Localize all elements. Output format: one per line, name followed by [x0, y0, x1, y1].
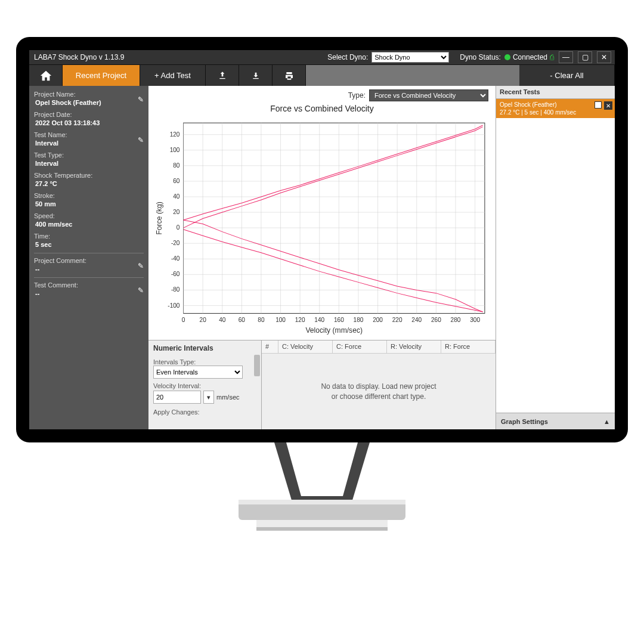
svg-text:Velocity (mm/sec): Velocity (mm/sec)	[305, 326, 363, 335]
chart-type-dropdown[interactable]: Force vs Combined Velocity	[369, 89, 488, 101]
recent-project-button[interactable]: Recent Project	[63, 65, 140, 86]
monitor-stand	[203, 442, 441, 550]
svg-text:260: 260	[431, 317, 441, 323]
edit-project-name-icon[interactable]: ✎	[138, 95, 144, 104]
project-comment-value: --	[35, 265, 144, 273]
svg-text:140: 140	[314, 317, 324, 323]
col-c-velocity: C: Velocity	[278, 340, 333, 353]
stroke-value: 50 mm	[35, 200, 144, 208]
home-button[interactable]	[29, 65, 63, 86]
edit-test-name-icon[interactable]: ✎	[138, 136, 144, 144]
project-name-value: Opel Shock (Feather)	[35, 99, 144, 106]
intervals-type-label: Intervals Type:	[153, 358, 256, 366]
svg-text:300: 300	[470, 317, 480, 323]
app-title: LABA7 Shock Dyno v 1.13.9	[33, 53, 124, 61]
recent-test-item[interactable]: Opel Shock (Feather) 27.2 °C | 5 sec | 4…	[496, 99, 615, 118]
chart-area: Type: Force vs Combined Velocity Force v…	[148, 86, 496, 340]
clear-all-button[interactable]: - Clear All	[519, 65, 615, 86]
recent-test-meta: 27.2 °C | 5 sec | 400 mm/sec	[500, 109, 611, 116]
svg-text:100: 100	[275, 317, 286, 323]
recent-tests-title: Recent Tests	[496, 86, 615, 99]
svg-text:200: 200	[373, 317, 383, 323]
velocity-interval-input[interactable]	[153, 391, 201, 404]
close-button[interactable]: ✕	[597, 51, 611, 63]
svg-text:100: 100	[170, 147, 180, 153]
svg-text:20: 20	[200, 317, 207, 323]
export-icon	[218, 71, 227, 80]
app-window: LABA7 Shock Dyno v 1.13.9 Select Dyno: S…	[29, 50, 615, 429]
shock-temp-value: 27.2 °C	[35, 180, 144, 187]
svg-text:280: 280	[451, 317, 461, 323]
home-icon	[39, 69, 52, 82]
speed-value: 400 mm/sec	[35, 221, 144, 228]
add-test-button[interactable]: + Add Test	[140, 65, 206, 86]
graph-settings-toggle[interactable]: Graph Settings ▲	[496, 413, 615, 429]
col-c-force: C: Force	[333, 340, 387, 353]
recent-tests-panel: Recent Tests Opel Shock (Feather) 27.2 °…	[496, 86, 615, 429]
dyno-status-value: Connected	[513, 53, 547, 61]
select-dyno-dropdown[interactable]: Shock Dyno	[371, 52, 449, 63]
svg-rect-62	[256, 527, 388, 531]
title-bar: LABA7 Shock Dyno v 1.13.9 Select Dyno: S…	[29, 50, 615, 64]
speed-label: Speed:	[34, 212, 144, 219]
project-date-label: Project Date:	[34, 111, 144, 118]
velocity-interval-unit: mm/sec	[216, 394, 240, 401]
numeric-intervals-title: Numeric Intervals	[153, 344, 256, 352]
velocity-interval-stepper[interactable]: ▾	[203, 391, 214, 404]
svg-text:0: 0	[182, 317, 185, 323]
import-icon	[251, 71, 261, 80]
print-button[interactable]	[273, 65, 306, 86]
stroke-label: Stroke:	[34, 192, 144, 199]
svg-text:-60: -60	[171, 271, 180, 277]
recent-test-remove-icon[interactable]: ✕	[604, 101, 612, 110]
time-label: Time:	[34, 233, 144, 240]
recent-test-checkbox[interactable]	[595, 101, 602, 109]
project-sidebar: Project Name:Opel Shock (Feather)✎ Proje…	[29, 86, 148, 429]
graph-settings-label: Graph Settings	[501, 418, 548, 425]
recent-project-label: Recent Project	[76, 71, 126, 80]
panel-scrollbar[interactable]	[254, 355, 260, 376]
svg-text:80: 80	[258, 317, 265, 323]
test-type-label: Test Type:	[34, 151, 144, 159]
test-type-value: Interval	[35, 160, 144, 167]
chart-plot: 0204060801001201401601802002202402602803…	[153, 116, 491, 340]
select-dyno-label: Select Dyno:	[327, 53, 368, 61]
apply-changes-label: Apply Changes:	[153, 408, 256, 416]
numeric-intervals-panel: Numeric Intervals Intervals Type: Even I…	[148, 340, 262, 429]
test-comment-value: --	[35, 290, 144, 297]
svg-text:120: 120	[295, 317, 305, 323]
velocity-interval-label: Velocity Interval:	[153, 382, 256, 389]
edit-project-comment-icon[interactable]: ✎	[138, 262, 144, 270]
shock-temp-label: Shock Temperature:	[34, 172, 144, 179]
time-value: 5 sec	[35, 241, 144, 248]
svg-text:Force (kg): Force (kg)	[155, 202, 163, 234]
table-empty-message: No data to display. Load new projector c…	[262, 354, 496, 429]
toolbar: Recent Project + Add Test - Clear All	[29, 64, 615, 86]
chart-title: Force vs Combined Velocity	[153, 104, 491, 113]
status-dot-icon	[504, 54, 510, 60]
col-r-force: R: Force	[441, 340, 496, 353]
minimize-button[interactable]: —	[559, 51, 573, 63]
import-button[interactable]	[239, 65, 273, 86]
svg-text:60: 60	[173, 178, 180, 184]
chart-type-label: Type:	[348, 91, 366, 100]
edit-test-comment-icon[interactable]: ✎	[138, 286, 144, 295]
svg-text:40: 40	[173, 193, 180, 200]
toolbar-spacer	[306, 65, 519, 86]
clear-all-label: - Clear All	[550, 71, 583, 80]
data-table-panel: # C: Velocity C: Force R: Velocity R: Fo…	[262, 340, 496, 429]
usb-icon: ⎙	[550, 53, 554, 61]
test-name-value: Interval	[35, 140, 144, 147]
intervals-type-dropdown[interactable]: Even Intervals	[153, 366, 243, 379]
svg-text:-100: -100	[168, 302, 180, 309]
svg-rect-0	[184, 123, 485, 313]
svg-text:120: 120	[170, 131, 180, 138]
project-comment-label: Project Comment:	[34, 257, 144, 264]
svg-text:220: 220	[392, 317, 402, 323]
svg-text:20: 20	[173, 209, 180, 215]
test-name-label: Test Name:	[34, 131, 144, 138]
project-date-value: 2022 Oct 03 13:18:43	[35, 119, 144, 126]
col-r-velocity: R: Velocity	[387, 340, 441, 353]
maximize-button[interactable]: ▢	[578, 51, 592, 63]
export-button[interactable]	[206, 65, 239, 86]
